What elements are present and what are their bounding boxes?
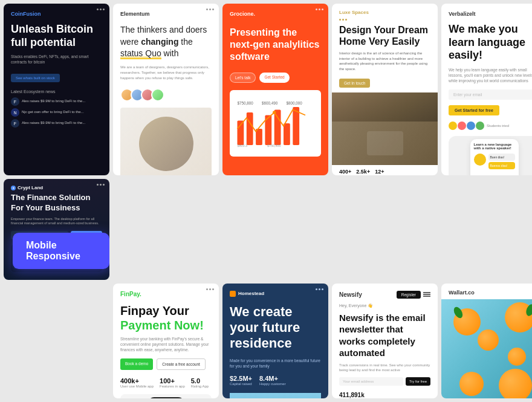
finpay-title-1: Finpay Your	[120, 304, 189, 317]
finpay-btn-free[interactable]: Create a free account	[157, 358, 206, 370]
svg-rect-4	[274, 110, 281, 146]
dot-1	[449, 122, 457, 130]
crypt-menu[interactable]	[97, 184, 105, 186]
finpay-stat-label-3: Rating App	[191, 384, 209, 388]
crypt-logo: ✦ Crypt Land	[11, 185, 102, 190]
grocione-btn-talk[interactable]: Let's talk	[230, 73, 256, 83]
finpay-btn-demo[interactable]: Book a demo	[120, 358, 153, 370]
crypt-logo-icon: ✦	[11, 186, 16, 190]
card-verbal: Verbalizelt We make you learn language e…	[441, 4, 532, 175]
elementum-menu[interactable]	[206, 8, 214, 10]
coinfusion-title: Unleash Bitcoin full potential	[11, 23, 102, 49]
finpay-subtitle: Streamline your banking with FinPay's se…	[120, 336, 212, 352]
luxe-image	[332, 92, 438, 165]
svg-text:$800,000: $800,000	[287, 101, 303, 105]
finpay-stat-1: 400k+ User use Mobile app	[120, 377, 154, 388]
finpay-title-2: Payment Now!	[120, 319, 204, 332]
newsify-input-row: Your email address Try for free	[339, 377, 430, 386]
newsify-menu[interactable]	[423, 292, 430, 297]
finpay-stat-label-2: Features in app	[160, 384, 185, 388]
homestead-stat-label-1: Capital raised	[230, 382, 252, 386]
luxe-stat-val-3: 12+	[375, 169, 384, 175]
coinfusion-menu[interactable]	[97, 8, 105, 10]
students-label: Students tried	[487, 124, 509, 128]
dot-4	[476, 122, 484, 130]
homestead-stat-val-1: $2.5M+	[230, 375, 252, 382]
chat-bubble-2: Buenos dias!	[488, 162, 515, 169]
grocione-title: Presenting the next-gen analylitics soft…	[230, 27, 321, 63]
mobile-responsive-badge: Mobile Responsive	[13, 233, 109, 269]
grocione-chart: $750,800 $600,490 $800,000 $803.3 $750,8…	[230, 90, 321, 157]
grocione-menu[interactable]	[316, 8, 323, 10]
dot-2	[458, 122, 466, 130]
svg-text:$600,490: $600,490	[262, 101, 278, 105]
svg-point-7	[273, 111, 276, 114]
newsify-stat-block: 411,891k News Letter	[339, 392, 365, 398]
homestead-title: We create your future residence	[230, 304, 321, 352]
finpay-phone: Statistik	[148, 397, 184, 398]
orange-5	[499, 369, 532, 399]
finpay-menu[interactable]	[206, 288, 214, 290]
grocione-logo: Grocione.	[230, 11, 321, 17]
verbal-title: We make you learn language easily!	[449, 23, 532, 62]
newsify-email-input[interactable]: Your email address	[339, 377, 403, 386]
newsify-stat-value: 411,891k	[339, 392, 365, 398]
news-text-2: Njc get own offer to bring DeFi to the..…	[22, 110, 84, 115]
verbal-phone-preview: Learn a new language with a native speak…	[449, 136, 532, 175]
grocione-btn-start[interactable]: Get Started	[259, 73, 289, 83]
homestead-subtitle: Made for you convenience in a more beaut…	[230, 358, 321, 369]
finpay-stat-val-1: 400k+	[120, 377, 154, 384]
menu-line-3	[423, 296, 430, 297]
avatar-4	[151, 88, 164, 102]
homestead-stat-1: $2.5M+ Capital raised	[230, 375, 252, 386]
chart-svg: $750,800 $600,490 $800,000 $803.3 $750,8…	[235, 95, 316, 152]
finpay-stat-2: 100+ Features in app	[160, 377, 185, 388]
elementum-title: The thinkers and doers were changing the…	[120, 24, 212, 60]
card-elementum: Elementum The thinkers and doers were ch…	[113, 4, 219, 175]
elementum-logo: Elementum	[120, 11, 212, 17]
finpay-stat-val-3: 5.0	[191, 377, 209, 384]
page-wrapper: CoinFusion Unleash Bitcoin full potentia…	[0, 0, 532, 402]
luxe-stat-val-2: 2.5k+	[356, 169, 370, 175]
chat-bubble-1: Buen dias!	[488, 154, 515, 161]
finpay-title: Finpay Your Payment Now!	[120, 303, 212, 332]
elementum-image	[120, 108, 212, 175]
luxe-header: Luxe Spaces	[332, 4, 438, 24]
elementum-circle	[139, 117, 193, 171]
svg-rect-2	[256, 129, 262, 145]
homestead-logo: Homestead	[230, 291, 321, 297]
coinfusion-logo: CoinFusion	[11, 11, 102, 17]
news-icon-2: N	[11, 108, 19, 117]
finpay-stats: 400k+ User use Mobile app 100+ Features …	[120, 377, 212, 388]
luxe-logo: Luxe Spaces	[339, 10, 430, 15]
newsify-subtitle: Track conversions in real time. See who …	[339, 363, 430, 373]
homestead-menu[interactable]	[316, 288, 323, 290]
coinfusion-subtitle: Stacks enables DeFi, NFTs, apps, and sma…	[11, 54, 102, 65]
luxe-stats: 400+ Sundes 2.5k+ 12+	[332, 165, 438, 175]
newsify-try-btn[interactable]: Try for free	[406, 377, 430, 386]
wallart-image	[441, 299, 532, 399]
card-homestead: Homestead We create your future residenc…	[222, 284, 328, 399]
homestead-stat-val-2: 8.4M+	[259, 375, 286, 382]
svg-rect-5	[284, 123, 290, 145]
newsify-register-btn[interactable]: Register	[397, 291, 421, 299]
luxe-stat-val-1: 400+	[339, 169, 351, 175]
homestead-stat-2: 8.4M+ Happy customer	[259, 375, 286, 386]
luxe-button[interactable]: Get In touch	[339, 79, 370, 88]
luxe-stat-1: 400+ Sundes	[339, 169, 351, 175]
newsify-header: Newsify Register	[339, 291, 430, 299]
finpay-buttons: Book a demo Create a free account	[120, 358, 212, 370]
verbal-students: Students tried	[449, 122, 532, 130]
wallart-overlay	[441, 299, 532, 399]
verbal-cta-button[interactable]: Get Started for free	[449, 105, 499, 115]
card-coinfusion: CoinFusion Unleash Bitcoin full potentia…	[4, 4, 109, 175]
verbal-logo: Verbalizelt	[449, 11, 532, 17]
news-icon-3: F	[11, 119, 19, 128]
verbal-email-input[interactable]: Enter your email	[449, 89, 532, 100]
luxe-menu[interactable]	[339, 19, 430, 21]
phone-inner: Learn a new language with a native speak…	[470, 139, 519, 175]
svg-text:$750,800: $750,800	[238, 101, 254, 105]
coinfusion-button[interactable]: See whats built on stock	[11, 74, 60, 82]
svg-text:$803.3: $803.3	[238, 144, 247, 148]
card-wallart: Wallart.co	[441, 284, 532, 399]
